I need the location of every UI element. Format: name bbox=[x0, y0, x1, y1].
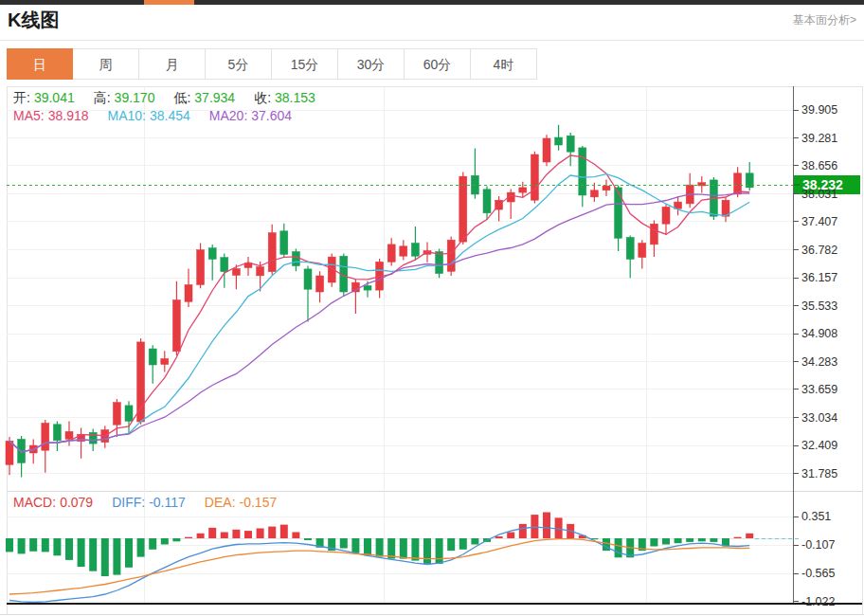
svg-text:39.281: 39.281 bbox=[801, 132, 837, 145]
svg-text:32.409: 32.409 bbox=[801, 439, 837, 452]
svg-text:39.905: 39.905 bbox=[801, 103, 837, 117]
readout-item: 高:39.170 bbox=[94, 90, 155, 107]
candles bbox=[6, 125, 753, 478]
svg-text:-1.022: -1.022 bbox=[801, 595, 835, 608]
macd-histogram bbox=[6, 513, 753, 577]
svg-text:38.031: 38.031 bbox=[801, 188, 837, 201]
readout-item: DEA:-0.157 bbox=[205, 495, 277, 510]
svg-text:33.659: 33.659 bbox=[801, 383, 837, 396]
svg-text:38.656: 38.656 bbox=[801, 159, 837, 172]
readout-item: 收:38.153 bbox=[254, 90, 315, 107]
svg-text:34.908: 34.908 bbox=[801, 327, 837, 340]
svg-text:36.157: 36.157 bbox=[801, 271, 837, 284]
svg-text:33.034: 33.034 bbox=[801, 411, 837, 425]
svg-text:-0.107: -0.107 bbox=[801, 538, 835, 552]
readout-item: MA5:38.918 bbox=[13, 108, 89, 123]
ma-readout: MA5:38.918MA10:38.454MA20:37.604 bbox=[13, 108, 292, 123]
readout-item: MA10:38.454 bbox=[108, 108, 190, 123]
svg-text:37.407: 37.407 bbox=[801, 215, 837, 228]
svg-text:0.351: 0.351 bbox=[801, 510, 831, 523]
svg-text:36.782: 36.782 bbox=[801, 244, 837, 257]
svg-text:-0.565: -0.565 bbox=[801, 567, 835, 580]
readout-item: 低:37.934 bbox=[173, 90, 235, 107]
readout-item: 开:39.041 bbox=[13, 90, 75, 107]
ohlc-readout: 开:39.041高:39.170低:37.934收:38.153 bbox=[13, 90, 315, 107]
svg-text:35.533: 35.533 bbox=[801, 299, 837, 313]
kline-page: { "header": { "title": "K线图", "link": "基… bbox=[0, 0, 864, 616]
svg-text:31.785: 31.785 bbox=[801, 467, 837, 480]
macd-readout: MACD:0.079DIFF:-0.117DEA:-0.157 bbox=[13, 495, 277, 510]
readout-item: MACD:0.079 bbox=[13, 495, 93, 510]
readout-item: MA20:37.604 bbox=[209, 108, 292, 123]
svg-text:34.283: 34.283 bbox=[801, 355, 837, 369]
readout-item: DIFF:-0.117 bbox=[112, 495, 186, 510]
